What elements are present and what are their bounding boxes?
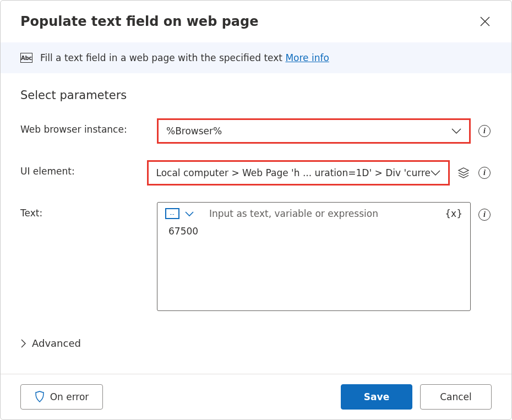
chevron-right-icon [20, 339, 26, 348]
param-row-uielement: UI element: Local computer > Web Page 'h… [20, 160, 492, 186]
layers-icon [457, 167, 470, 179]
info-strip: Abc Fill a text field in a web page with… [1, 42, 511, 73]
dialog-header: Populate text field on web page [1, 1, 511, 42]
dialog-title: Populate text field on web page [20, 14, 259, 29]
save-label: Save [364, 391, 389, 402]
section-title: Select parameters [20, 89, 492, 102]
chevron-down-icon [451, 128, 461, 134]
dialog-footer: On error Save Cancel [1, 374, 511, 419]
footer-right: Save Cancel [341, 384, 492, 410]
param-label-browser: Web browser instance: [20, 118, 157, 135]
param-label-uielement: UI element: [20, 160, 147, 177]
on-error-button[interactable]: On error [20, 384, 103, 410]
uielement-select[interactable]: Local computer > Web Page 'h ... uration… [147, 160, 450, 186]
cancel-label: Cancel [440, 391, 472, 402]
text-editor-toolbar: -- Input as text, variable or expression… [157, 203, 470, 222]
browser-select[interactable]: %Browser% [157, 118, 471, 144]
param-label-text: Text: [20, 202, 157, 219]
close-button[interactable] [476, 13, 494, 30]
input-mode-icon[interactable]: -- [165, 208, 179, 219]
on-error-label: On error [50, 391, 89, 402]
text-editor: -- Input as text, variable or expression… [157, 202, 471, 311]
cancel-button[interactable]: Cancel [420, 384, 492, 410]
dialog: Populate text field on web page Abc Fill… [0, 0, 512, 420]
info-icon: i [478, 209, 491, 221]
content-area: Select parameters Web browser instance: … [1, 73, 511, 374]
advanced-toggle[interactable]: Advanced [20, 328, 492, 352]
insert-variable-button[interactable]: {x} [445, 208, 462, 219]
uielement-info-button[interactable]: i [477, 160, 492, 186]
uielement-select-value: Local computer > Web Page 'h ... uration… [156, 167, 431, 178]
param-control-browser: %Browser% i [157, 118, 492, 144]
param-row-browser: Web browser instance: %Browser% i [20, 118, 492, 144]
info-text-wrap: Fill a text field in a web page with the… [40, 52, 329, 63]
chevron-down-icon [431, 170, 440, 176]
advanced-label: Advanced [32, 337, 81, 349]
text-info-button[interactable]: i [477, 202, 492, 227]
chevron-down-icon[interactable] [185, 211, 194, 217]
browser-select-value: %Browser% [166, 126, 222, 137]
info-icon: i [478, 125, 491, 137]
info-icon: i [478, 167, 491, 179]
shield-icon [35, 391, 45, 403]
text-input[interactable]: 67500 [157, 222, 470, 310]
browser-info-button[interactable]: i [477, 118, 492, 144]
more-info-link[interactable]: More info [285, 52, 329, 63]
text-editor-placeholder: Input as text, variable or expression [209, 208, 439, 219]
param-control-text: -- Input as text, variable or expression… [157, 202, 492, 311]
param-row-text: Text: -- Input as text, variable or expr… [20, 202, 492, 311]
param-control-uielement: Local computer > Web Page 'h ... uration… [147, 160, 492, 186]
close-icon [480, 17, 490, 26]
text-field-icon: Abc [20, 53, 32, 63]
save-button[interactable]: Save [341, 384, 412, 410]
uielement-picker-button[interactable] [456, 160, 471, 186]
info-text: Fill a text field in a web page with the… [40, 52, 285, 63]
